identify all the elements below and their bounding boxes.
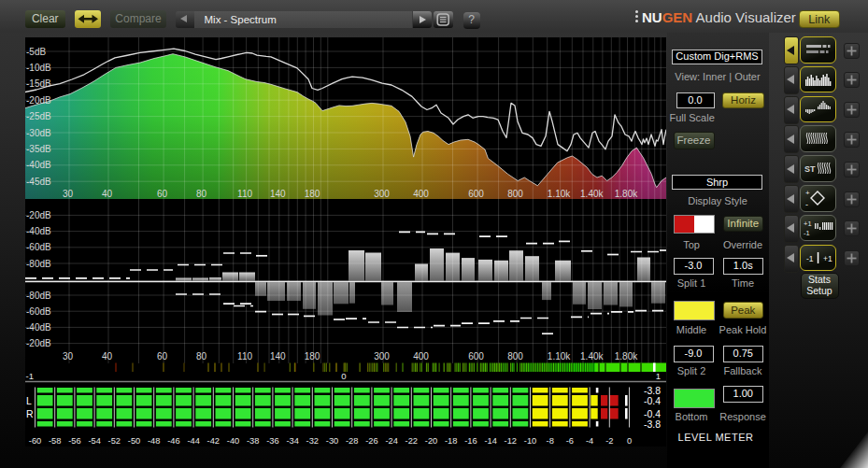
svg-text:+1: +1 — [823, 254, 832, 263]
svg-text:-10dB: -10dB — [26, 63, 51, 73]
svg-text:-1: -1 — [806, 254, 814, 263]
svg-text:-25dB: -25dB — [26, 111, 51, 121]
svg-text:400: 400 — [413, 189, 429, 199]
svg-text:-42: -42 — [207, 436, 220, 446]
svg-text:1.40k: 1.40k — [580, 351, 604, 362]
svg-text:1.10k: 1.10k — [548, 351, 571, 362]
svg-text:140: 140 — [270, 351, 286, 362]
svg-text:80: 80 — [196, 189, 207, 199]
svg-text:-3.8: -3.8 — [644, 418, 661, 430]
svg-text:-54: -54 — [88, 436, 100, 446]
svg-text:110: 110 — [237, 351, 252, 362]
svg-text:60: 60 — [157, 189, 168, 199]
svg-text:-26: -26 — [365, 436, 377, 446]
svg-text:30: 30 — [63, 351, 74, 362]
svg-text:-20dB: -20dB — [26, 95, 51, 106]
svg-text:180: 180 — [305, 351, 320, 362]
svg-text:-28: -28 — [346, 436, 358, 446]
svg-text:800: 800 — [507, 189, 523, 199]
svg-text:-45dB: -45dB — [26, 177, 51, 187]
svg-text:80: 80 — [196, 351, 207, 362]
svg-text:L: L — [26, 395, 32, 406]
svg-text:-20: -20 — [425, 436, 437, 446]
svg-text:800: 800 — [507, 351, 523, 362]
svg-text:-40dB: -40dB — [26, 226, 51, 236]
svg-text:400: 400 — [413, 351, 429, 362]
svg-text:1: 1 — [656, 371, 661, 381]
svg-text:-20dB: -20dB — [26, 338, 51, 348]
svg-text:-38: -38 — [247, 436, 259, 446]
svg-text:-80dB: -80dB — [26, 259, 51, 269]
svg-text:0: 0 — [341, 371, 346, 381]
svg-text:180: 180 — [305, 189, 320, 199]
svg-text:300: 300 — [374, 351, 390, 362]
svg-text:-52: -52 — [108, 436, 121, 446]
svg-text:0: 0 — [627, 436, 632, 446]
svg-text:ST: ST — [804, 164, 816, 174]
svg-text:-18: -18 — [445, 436, 457, 446]
svg-text:1.80k: 1.80k — [615, 189, 638, 199]
svg-text:40: 40 — [102, 351, 113, 362]
svg-text:60: 60 — [157, 351, 168, 362]
svg-text:-14: -14 — [484, 436, 496, 446]
svg-text:-40dB: -40dB — [26, 322, 51, 333]
svg-text:1.10k: 1.10k — [548, 189, 571, 199]
svg-text:-32: -32 — [306, 436, 319, 446]
svg-text:-50: -50 — [128, 436, 140, 446]
svg-text:-12: -12 — [505, 436, 517, 446]
svg-text:-48: -48 — [148, 436, 160, 446]
svg-text:-35dB: -35dB — [26, 144, 51, 154]
svg-text:-30: -30 — [326, 436, 338, 446]
svg-text:-60dB: -60dB — [26, 242, 51, 252]
svg-text:-10: -10 — [524, 436, 536, 446]
svg-text:-0.4: -0.4 — [644, 395, 661, 406]
svg-text:300: 300 — [374, 189, 390, 199]
svg-text:-5dB: -5dB — [26, 47, 46, 57]
svg-text:-3.8: -3.8 — [644, 385, 661, 396]
svg-text:+1: +1 — [804, 220, 812, 228]
svg-text:-6: -6 — [566, 436, 574, 446]
svg-text:-24: -24 — [385, 436, 397, 446]
svg-text:30: 30 — [63, 189, 74, 199]
svg-text:-46: -46 — [167, 436, 179, 446]
svg-text:110: 110 — [237, 189, 252, 199]
svg-text:-40: -40 — [227, 436, 239, 446]
svg-text:-44: -44 — [187, 436, 199, 446]
svg-text:-36: -36 — [266, 436, 278, 446]
svg-text:40: 40 — [102, 189, 113, 199]
svg-text:1.80k: 1.80k — [615, 351, 638, 362]
svg-text:600: 600 — [468, 351, 484, 362]
svg-text:-60: -60 — [29, 436, 41, 446]
svg-text:-40dB: -40dB — [26, 160, 51, 170]
svg-text:-1: -1 — [804, 229, 810, 237]
svg-text:1.40k: 1.40k — [580, 189, 604, 199]
svg-text:-16: -16 — [464, 436, 477, 446]
svg-text:-0.4: -0.4 — [644, 408, 661, 419]
svg-text:-20dB: -20dB — [26, 210, 51, 220]
svg-text:+: + — [805, 189, 810, 197]
svg-text:-34: -34 — [286, 436, 298, 446]
svg-text:-15dB: -15dB — [26, 78, 51, 89]
svg-text:-1: -1 — [26, 371, 34, 381]
svg-text:-22: -22 — [406, 436, 418, 446]
svg-text:-60dB: -60dB — [26, 306, 51, 317]
svg-text:-2: -2 — [605, 436, 613, 446]
svg-text:140: 140 — [270, 189, 286, 199]
svg-text:600: 600 — [468, 189, 484, 199]
svg-text:R: R — [26, 408, 34, 419]
svg-text:-58: -58 — [49, 436, 61, 446]
svg-text:-4: -4 — [586, 436, 593, 446]
svg-text:-: - — [805, 200, 808, 209]
svg-text:-8: -8 — [547, 436, 554, 446]
svg-text:-30dB: -30dB — [26, 128, 51, 138]
svg-text:-56: -56 — [68, 436, 80, 446]
svg-text:-80dB: -80dB — [26, 291, 51, 301]
